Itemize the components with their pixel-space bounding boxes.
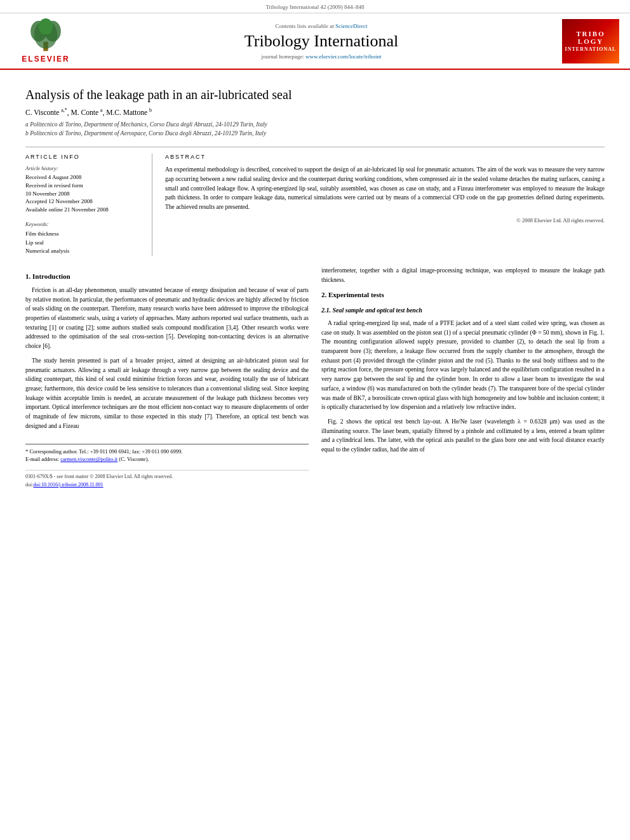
copyright-line: © 2008 Elsevier Ltd. All rights reserved… (165, 217, 605, 223)
received-2b: 10 November 2008 (25, 190, 143, 198)
footer-doi: doi:doi:10.1016/j.triboint.2008.11.001 (25, 481, 309, 489)
intro-para-2: The study herein presented is part of a … (25, 356, 309, 431)
keywords-list: Film thickness Lip seal Numerical analys… (25, 230, 143, 256)
svg-point-4 (39, 18, 53, 35)
banner-center: Contents lists available at ScienceDirec… (90, 23, 553, 60)
affiliation-b: b Politecnico di Torino, Department of A… (25, 129, 605, 138)
keywords-label: Keywords: (25, 221, 143, 227)
journal-banner: ELSEVIER Contents lists available at Sci… (0, 13, 630, 70)
body-col-right: interferometer, together with a digital … (321, 266, 605, 489)
footnote-area: * Corresponding author. Tel.: +39 011 09… (25, 444, 309, 464)
elsevier-wordmark: ELSEVIER (22, 55, 69, 63)
section-1-heading: 1. Introduction (25, 271, 309, 282)
main-content: Analysis of the leakage path in an air-l… (0, 70, 630, 502)
top-header: Tribology International 42 (2009) 844–84… (0, 0, 630, 13)
journal-title-banner: Tribology International (90, 32, 553, 51)
footnote-star: * Corresponding author. Tel.: +39 011 09… (25, 448, 309, 456)
elsevier-tree-icon (20, 18, 71, 53)
abstract-title: ABSTRACT (165, 154, 605, 160)
paper-title: Analysis of the leakage path in an air-l… (25, 88, 605, 102)
section-2-heading: 2. Experimental tests (321, 290, 605, 300)
footer-line: 0301-679X/$ - see front matter © 2008 El… (25, 470, 309, 489)
keyword-2: Lip seal (25, 239, 143, 248)
available-online: Available online 21 November 2008 (25, 206, 143, 214)
history-label: Article history: (25, 165, 143, 171)
footnote-email: E-mail address: carmen.visconte@polito.i… (25, 455, 309, 463)
intro-para-1: Friction is an all-day phenomenon, usual… (25, 286, 309, 351)
section2-para1: A radial spring-energized lip seal, made… (321, 319, 605, 412)
authors-line: C. Visconte a,*, M. Conte a, M.C. Matton… (25, 107, 605, 116)
sciencedirect-line: Contents lists available at ScienceDirec… (90, 23, 553, 29)
tribology-badge-text: TRIBO LOGY INTERNATIONAL (565, 30, 617, 52)
affiliation-a: a Politecnico di Torino, Department of M… (25, 120, 605, 129)
abstract-col: ABSTRACT An experimental methodology is … (165, 154, 605, 255)
banner-right: TRIBO LOGY INTERNATIONAL (559, 19, 622, 63)
keyword-1: Film thickness (25, 230, 143, 239)
affiliations: a Politecnico di Torino, Department of M… (25, 120, 605, 138)
accepted: Accepted 12 November 2008 (25, 197, 143, 206)
tribology-badge: TRIBO LOGY INTERNATIONAL (562, 19, 619, 63)
received-1: Received 4 August 2008 (25, 173, 143, 182)
sciencedirect-link[interactable]: ScienceDirect (335, 23, 367, 29)
section1-cont: interferometer, together with a digital … (321, 266, 605, 284)
journal-citation: Tribology International 42 (2009) 844–84… (265, 4, 364, 10)
body-col-left: 1. Introduction Friction is an all-day p… (25, 266, 309, 489)
article-info-abstract: ARTICLE INFO Article history: Received 4… (25, 147, 605, 255)
keyword-3: Numerical analysis (25, 247, 143, 256)
article-info-col: ARTICLE INFO Article history: Received 4… (25, 154, 152, 255)
homepage-link[interactable]: www.elsevier.com/locate/triboint (305, 53, 381, 60)
elsevier-logo: ELSEVIER (8, 18, 84, 63)
doi-link[interactable]: doi:10.1016/j.triboint.2008.11.001 (33, 482, 103, 488)
abstract-text: An experimental methodology is described… (165, 165, 605, 212)
journal-homepage: journal homepage: www.elsevier.com/locat… (90, 53, 553, 60)
body-two-col: 1. Introduction Friction is an all-day p… (25, 266, 605, 489)
article-info-title: ARTICLE INFO (25, 154, 143, 160)
received-2: Received in revised form (25, 182, 143, 190)
email-link[interactable]: carmen.visconte@polito.it (60, 456, 117, 462)
section-2-1-heading: 2.1. Seal sample and optical test bench (321, 305, 605, 316)
section2-para2: Fig. 2 shows the optical test bench lay-… (321, 417, 605, 455)
footer-issn: 0301-679X/$ - see front matter © 2008 El… (25, 473, 309, 481)
